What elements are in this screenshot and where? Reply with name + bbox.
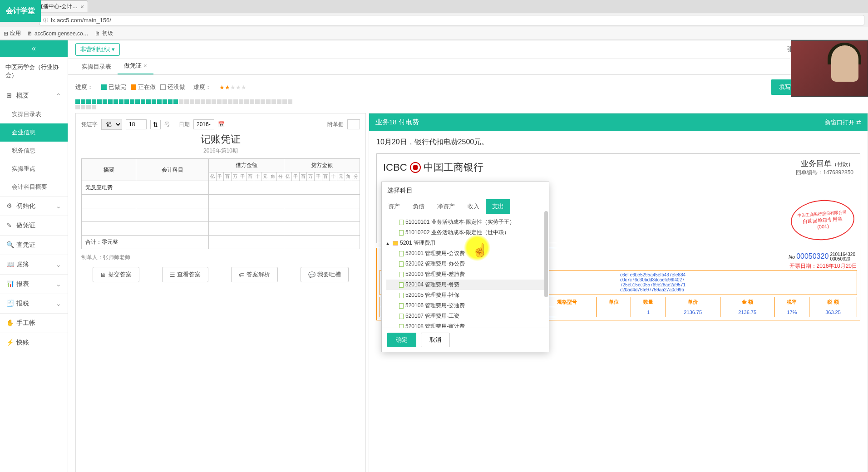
progress-dot[interactable] xyxy=(81,105,85,109)
sidebar-section-ledger[interactable]: 📖账簿⌄ xyxy=(0,255,68,274)
progress-dot[interactable] xyxy=(103,99,107,104)
progress-dot[interactable] xyxy=(266,99,271,104)
progress-dot[interactable] xyxy=(282,99,287,104)
progress-dot[interactable] xyxy=(92,99,96,104)
progress-dot[interactable] xyxy=(195,99,200,104)
sidebar-collapse-button[interactable]: « xyxy=(0,40,68,57)
sidebar-section-report[interactable]: 📊报表⌄ xyxy=(0,275,68,294)
progress-dot[interactable] xyxy=(239,99,243,104)
progress-dot[interactable] xyxy=(108,99,113,104)
account-leaf[interactable]: 520107 管理费用-工资 xyxy=(386,311,544,321)
progress-dot[interactable] xyxy=(163,99,167,104)
progress-dot[interactable] xyxy=(119,99,123,104)
tab-catalog[interactable]: 实操目录表 xyxy=(75,59,118,74)
progress-dot[interactable] xyxy=(271,99,276,104)
row-credit[interactable] xyxy=(284,181,360,195)
progress-dot[interactable] xyxy=(75,99,80,104)
voucher-number-stepper[interactable]: ⇅ xyxy=(150,120,161,129)
progress-dot[interactable] xyxy=(146,99,151,104)
scrollbar[interactable] xyxy=(544,214,548,297)
apps-button[interactable]: ⊞ 应用 xyxy=(4,30,21,37)
progress-dot[interactable] xyxy=(179,99,183,104)
cancel-button[interactable]: 取消 xyxy=(421,333,450,347)
account-leaf[interactable]: 520103 管理费用-差旅费 xyxy=(386,269,544,280)
bookmark-item[interactable]: 🗎 acc5com.gensee.co… xyxy=(27,30,89,37)
feedback-button[interactable]: 💬我要吐槽 xyxy=(301,267,349,282)
account-folder[interactable]: ▴ 5201 管理费用 xyxy=(386,238,544,248)
progress-dot[interactable] xyxy=(184,99,189,104)
progress-dot[interactable] xyxy=(190,99,194,104)
account-leaf[interactable]: 51010202 业务活动成本-限定性（世中联） xyxy=(386,227,544,238)
sidebar-item-company[interactable]: 企业信息 xyxy=(0,123,68,142)
progress-dot[interactable] xyxy=(130,99,134,104)
calendar-icon[interactable]: 📅 xyxy=(218,121,225,128)
progress-dot[interactable] xyxy=(217,99,222,104)
org-type-dropdown[interactable]: 非营利组织 ▾ xyxy=(75,43,120,56)
progress-dot[interactable] xyxy=(157,99,162,104)
progress-dot[interactable] xyxy=(135,99,140,104)
progress-dot[interactable] xyxy=(141,99,145,104)
progress-dot[interactable] xyxy=(92,105,96,109)
tab-voucher[interactable]: 做凭证× xyxy=(118,58,153,74)
progress-dot[interactable] xyxy=(277,99,281,104)
progress-dot[interactable] xyxy=(86,105,91,109)
explanation-button[interactable]: 🏷答案解析 xyxy=(231,267,278,282)
attach-input[interactable] xyxy=(347,119,360,129)
close-icon[interactable]: × xyxy=(143,62,147,69)
url-input[interactable]: ⓘ lx.acc5.com/main_156/ xyxy=(39,15,864,25)
row-debit[interactable] xyxy=(209,181,284,195)
progress-dot[interactable] xyxy=(97,99,102,104)
progress-dot[interactable] xyxy=(152,99,156,104)
sidebar-section-voucher[interactable]: ✎做凭证 xyxy=(0,216,68,235)
picker-tab[interactable]: 负债 xyxy=(406,199,431,214)
sidebar-section-search[interactable]: 🔍查凭证 xyxy=(0,236,68,255)
sidebar-section-manual[interactable]: ✋手工帐 xyxy=(0,314,68,333)
progress-dot[interactable] xyxy=(261,99,265,104)
voucher-type-select[interactable]: 记 xyxy=(101,119,122,130)
progress-dot[interactable] xyxy=(212,99,216,104)
progress-dot[interactable] xyxy=(244,99,249,104)
picker-tab[interactable]: 资产 xyxy=(382,199,406,214)
bookmark-item[interactable]: 🗎 初级 xyxy=(95,30,113,37)
row-account[interactable] xyxy=(136,181,209,195)
progress-dot[interactable] xyxy=(201,99,205,104)
progress-dot[interactable] xyxy=(173,99,178,104)
progress-dot[interactable] xyxy=(81,99,85,104)
progress-dot[interactable] xyxy=(233,99,238,104)
account-leaf[interactable]: 520102 管理费用-办公费 xyxy=(386,259,544,269)
date-input[interactable] xyxy=(193,119,214,129)
account-leaf[interactable]: 520105 管理费用-社保 xyxy=(386,290,544,300)
sidebar-item-accounts[interactable]: 会计科目概要 xyxy=(0,178,68,196)
progress-dot[interactable] xyxy=(288,99,292,104)
account-leaf[interactable]: 51010101 业务活动成本-限定性（实劳子王） xyxy=(386,217,544,227)
progress-dot[interactable] xyxy=(250,99,254,104)
picker-tab[interactable]: 支出 xyxy=(486,199,510,214)
progress-dot[interactable] xyxy=(222,99,227,104)
progress-dot[interactable] xyxy=(168,99,173,104)
progress-dot[interactable] xyxy=(75,105,80,109)
sidebar-item-tax[interactable]: 税务信息 xyxy=(0,142,68,160)
progress-dot[interactable] xyxy=(113,99,118,104)
open-new-window-button[interactable]: 新窗口打开 ⇄ xyxy=(825,118,861,127)
picker-tab[interactable]: 收入 xyxy=(461,199,486,214)
voucher-number-input[interactable] xyxy=(126,119,147,129)
sidebar-section-init[interactable]: ⚙初始化⌄ xyxy=(0,197,68,216)
progress-dot[interactable] xyxy=(206,99,211,104)
close-icon[interactable]: × xyxy=(80,3,84,10)
progress-dot[interactable] xyxy=(124,99,129,104)
sidebar-section-quick[interactable]: ⚡快账 xyxy=(0,333,68,352)
account-leaf[interactable]: 520108 管理费用-审计费 xyxy=(386,321,544,328)
submit-button[interactable]: 🗎提交答案 xyxy=(93,267,139,282)
sidebar-section-overview[interactable]: ⊞概要 ⌃ xyxy=(0,86,68,105)
account-leaf[interactable]: 520101 管理费用-会议费 xyxy=(386,248,544,259)
row-summary[interactable]: 无反应电费 xyxy=(82,181,136,195)
account-leaf[interactable]: 520104 管理费用-餐费 xyxy=(386,280,544,290)
account-tree[interactable]: 51010101 业务活动成本-限定性（实劳子王） 51010202 业务活动成… xyxy=(382,214,549,328)
sidebar-item-keypoints[interactable]: 实操重点 xyxy=(0,160,68,178)
picker-tab[interactable]: 净资产 xyxy=(431,199,461,214)
ok-button[interactable]: 确定 xyxy=(387,333,416,347)
progress-dot[interactable] xyxy=(86,99,91,104)
account-leaf[interactable]: 520106 管理费用-交通费 xyxy=(386,300,544,311)
progress-dot[interactable] xyxy=(255,99,260,104)
view-answer-button[interactable]: ☰查看答案 xyxy=(162,267,208,282)
